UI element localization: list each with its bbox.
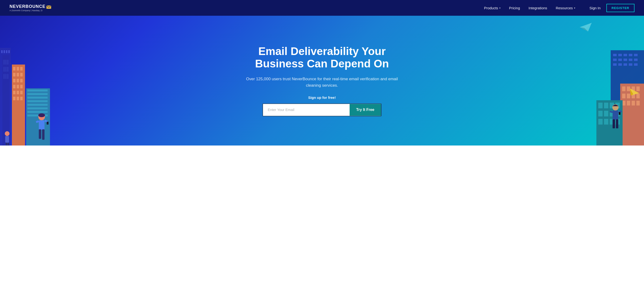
svg-rect-29 [20,97,22,100]
logo-area: NEVERBOUNCE A ZoomInfo Company | Nasdaq:… [10,4,51,12]
svg-rect-23 [20,85,22,88]
svg-rect-22 [17,85,19,88]
svg-rect-19 [17,79,19,82]
svg-rect-48 [42,129,44,140]
svg-rect-32 [4,50,5,53]
svg-rect-41 [27,107,48,109]
svg-rect-12 [13,67,16,71]
svg-rect-28 [17,97,19,100]
svg-rect-54 [6,143,7,146]
svg-rect-27 [13,97,16,100]
svg-rect-14 [20,67,22,71]
svg-rect-53 [5,136,9,143]
svg-rect-16 [17,73,19,77]
svg-rect-42 [27,111,48,113]
email-form: Try It Free [262,103,322,116]
hero-subtitle: Over 125,000 users trust NeverBounce for… [241,76,322,89]
logo-icon [46,5,51,8]
svg-rect-34 [8,50,10,53]
svg-rect-11 [12,65,25,146]
hero-title: Email Deliverability Your Business Can D… [241,45,322,70]
svg-rect-26 [20,91,22,94]
city-left-illustration [0,41,57,146]
svg-rect-24 [13,91,16,94]
svg-rect-40 [27,104,48,106]
svg-rect-55 [8,143,9,146]
svg-point-52 [5,131,10,136]
svg-rect-33 [6,50,8,53]
svg-rect-17 [20,73,22,77]
logo-text: NEVERBOUNCE [10,4,46,9]
navbar: NEVERBOUNCE A ZoomInfo Company | Nasdaq:… [0,0,322,16]
svg-rect-39 [27,100,48,102]
signup-label: Sign up for free! [241,96,322,100]
svg-rect-46 [39,120,44,130]
svg-rect-31 [1,50,2,53]
svg-rect-21 [13,85,16,88]
logo[interactable]: NEVERBOUNCE [10,4,51,9]
svg-rect-51 [47,122,48,125]
svg-rect-36 [27,90,48,91]
svg-rect-18 [13,79,16,82]
hero-content: Email Deliverability Your Business Can D… [241,45,322,116]
email-input[interactable] [263,104,322,116]
svg-point-45 [38,113,45,117]
svg-rect-15 [13,73,16,77]
svg-rect-25 [17,91,19,94]
svg-rect-13 [17,67,19,71]
logo-subtitle: A ZoomInfo Company | Nasdaq: ZI [10,9,51,12]
svg-rect-38 [27,97,48,99]
svg-rect-37 [27,93,48,95]
svg-rect-30 [0,48,11,146]
svg-rect-20 [20,79,22,82]
hero-section: Email Deliverability Your Business Can D… [0,16,322,146]
svg-rect-47 [39,129,41,139]
